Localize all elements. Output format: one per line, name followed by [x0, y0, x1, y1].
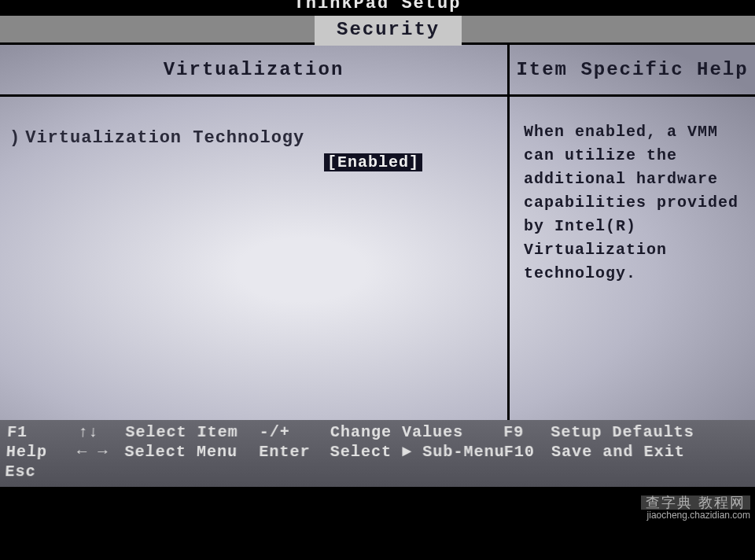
setting-bullet: ): [9, 128, 20, 148]
setting-value[interactable]: [Enabled]: [324, 153, 422, 171]
setting-row[interactable]: ) Virtualization Technology: [9, 128, 498, 148]
setting-label: Virtualization Technology: [25, 128, 304, 148]
key-f10: F10: [504, 443, 552, 461]
footer-key-legend: F1 Help ↑↓ Select Item -/+ Change Values…: [0, 420, 755, 487]
key-leftright: ← →: [77, 443, 125, 461]
watermark: 查字典 教程网 jiaocheng.chazidian.com: [641, 496, 750, 521]
tab-security[interactable]: Security: [315, 16, 462, 46]
action-select-item: Select Item: [125, 423, 260, 441]
action-change-values: Change Values: [330, 423, 504, 441]
action-select-menu: Select Menu: [124, 443, 259, 461]
key-updown: ↑↓: [78, 423, 126, 441]
key-f1: F1: [7, 423, 79, 441]
main-area: Virtualization ) Virtualization Technolo…: [0, 42, 755, 420]
help-text: When enabled, a VMM can utilize the addi…: [510, 97, 755, 293]
watermark-line2: jiaocheng.chazidian.com: [641, 510, 750, 521]
key-enter: Enter: [259, 443, 330, 461]
action-submenu: Select ► Sub-Menu: [330, 443, 504, 461]
help-panel: Item Specific Help When enabled, a VMM c…: [510, 45, 755, 420]
action-help: Help: [6, 443, 78, 461]
action-setup-defaults: Setup Defaults: [551, 423, 748, 441]
help-panel-header: Item Specific Help: [510, 45, 755, 97]
settings-panel: Virtualization ) Virtualization Technolo…: [0, 45, 510, 420]
settings-panel-header: Virtualization: [0, 45, 507, 97]
settings-content: ) Virtualization Technology [Enabled]: [0, 97, 507, 182]
action-exit: [5, 462, 77, 481]
action-save-exit: Save and Exit: [551, 443, 749, 461]
watermark-line1: 查字典 教程网: [641, 496, 750, 510]
bios-screen: ThinkPad Setup Security Virtualization )…: [0, 0, 755, 503]
setup-title: ThinkPad Setup: [0, 0, 755, 14]
menu-bar[interactable]: Security: [0, 16, 755, 42]
key-plusminus: -/+: [260, 423, 330, 441]
key-f9: F9: [503, 423, 551, 441]
